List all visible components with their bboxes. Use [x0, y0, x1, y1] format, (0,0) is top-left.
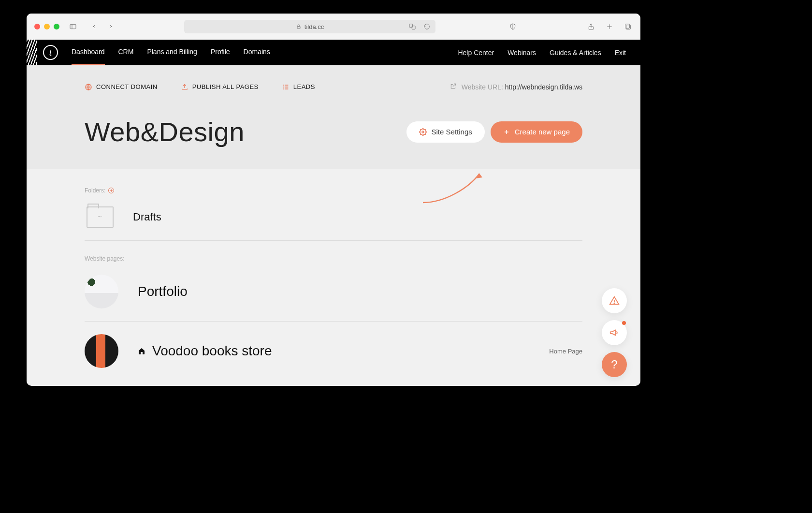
privacy-shield-icon[interactable] — [508, 22, 518, 31]
megaphone-icon — [609, 327, 620, 338]
connect-domain-link[interactable]: CONNECT DOMAIN — [85, 83, 158, 91]
nav-primary: Dashboard CRM Plans and Billing Profile … — [72, 40, 270, 65]
leads-label: LEADS — [293, 83, 315, 90]
leads-icon — [282, 83, 290, 91]
nav-secondary: Help Center Webinars Guides & Articles E… — [458, 49, 626, 57]
external-link-icon — [450, 83, 459, 91]
page-thumbnail — [85, 334, 118, 368]
website-pages-label: Website pages: — [85, 255, 582, 262]
website-url-value[interactable]: http://webndesign.tilda.ws — [505, 83, 582, 91]
window-minimize-button[interactable] — [44, 24, 50, 29]
create-new-page-button[interactable]: Create new page — [491, 121, 582, 143]
svg-rect-10 — [625, 24, 630, 29]
window-zoom-button[interactable] — [54, 24, 59, 29]
home-icon — [138, 347, 145, 355]
sidebar-toggle-icon[interactable] — [68, 22, 78, 31]
website-url: Website URL: http://webndesign.tilda.ws — [450, 83, 582, 91]
subheader: CONNECT DOMAIN PUBLISH ALL PAGES LEADS W… — [27, 65, 640, 169]
decorative-wave — [27, 40, 37, 65]
nav-help-center[interactable]: Help Center — [458, 49, 494, 57]
floating-buttons: ? — [602, 288, 627, 377]
svg-rect-9 — [626, 25, 631, 29]
add-folder-icon[interactable]: + — [108, 188, 114, 193]
nav-crm[interactable]: CRM — [118, 40, 134, 65]
nav-dashboard[interactable]: Dashboard — [72, 40, 105, 65]
alert-button[interactable] — [602, 288, 627, 313]
nav-profile[interactable]: Profile — [211, 40, 230, 65]
window-close-button[interactable] — [34, 24, 40, 29]
svg-point-23 — [614, 303, 614, 303]
forward-button[interactable] — [106, 22, 116, 31]
page-thumbnail — [85, 275, 118, 308]
share-icon[interactable] — [586, 22, 596, 31]
warning-triangle-icon — [609, 295, 620, 306]
subheader-actions: CONNECT DOMAIN PUBLISH ALL PAGES LEADS W… — [85, 83, 582, 91]
svg-marker-21 — [476, 174, 482, 178]
notification-dot — [622, 321, 626, 325]
translate-icon[interactable] — [407, 22, 417, 31]
site-title: Web&Design — [85, 116, 245, 147]
svg-point-18 — [422, 131, 424, 133]
title-row: Web&Design Site Settings Create new page — [85, 116, 582, 169]
leads-link[interactable]: LEADS — [282, 83, 315, 91]
publish-all-label: PUBLISH ALL PAGES — [192, 83, 259, 90]
site-settings-button[interactable]: Site Settings — [406, 121, 485, 143]
tilda-logo[interactable]: t — [43, 45, 58, 60]
traffic-lights — [34, 24, 59, 29]
nav-domains[interactable]: Domains — [244, 40, 270, 65]
home-page-tag: Home Page — [549, 348, 582, 355]
question-mark-icon: ? — [611, 358, 617, 371]
back-button[interactable] — [89, 22, 99, 31]
page-title: Voodoo books store — [152, 343, 272, 359]
publish-all-link[interactable]: PUBLISH ALL PAGES — [181, 83, 259, 91]
nav-webinars[interactable]: Webinars — [508, 49, 536, 57]
divider — [85, 240, 582, 241]
folder-drafts[interactable]: ~ Drafts — [85, 194, 582, 240]
site-settings-label: Site Settings — [432, 128, 472, 136]
nav-exit[interactable]: Exit — [615, 49, 626, 57]
folder-icon: ~ — [87, 206, 114, 228]
nav-plans-billing[interactable]: Plans and Billing — [147, 40, 197, 65]
svg-rect-0 — [70, 24, 76, 29]
browser-chrome: tilda.cc — [27, 14, 640, 40]
reload-icon[interactable] — [422, 22, 432, 31]
plus-icon — [503, 129, 510, 135]
folder-title: Drafts — [133, 211, 161, 223]
nav-guides-articles[interactable]: Guides & Articles — [550, 49, 601, 57]
new-tab-icon[interactable] — [605, 22, 614, 31]
browser-window: tilda.cc — [27, 14, 640, 386]
create-new-page-label: Create new page — [515, 128, 570, 136]
address-bar[interactable]: tilda.cc — [184, 20, 435, 33]
folders-label: Folders: + — [85, 187, 582, 194]
announcements-button[interactable] — [602, 320, 627, 345]
top-nav: t Dashboard CRM Plans and Billing Profil… — [27, 40, 640, 65]
main-content: Folders: + ~ Drafts Website pages: Portf… — [27, 169, 640, 381]
tabs-overview-icon[interactable] — [623, 22, 633, 31]
address-bar-text: tilda.cc — [304, 23, 324, 30]
gear-icon — [419, 128, 427, 136]
svg-rect-2 — [297, 27, 300, 29]
lock-icon — [296, 24, 302, 29]
page-title: Portfolio — [138, 284, 188, 299]
website-url-label: Website URL: — [462, 83, 505, 91]
page-row-voodoo[interactable]: Voodoo books store Home Page — [85, 322, 582, 381]
globe-icon — [85, 83, 92, 91]
connect-domain-label: CONNECT DOMAIN — [96, 83, 158, 90]
help-button[interactable]: ? — [602, 352, 627, 377]
page-row-portfolio[interactable]: Portfolio — [85, 262, 582, 321]
upload-icon — [181, 83, 188, 91]
